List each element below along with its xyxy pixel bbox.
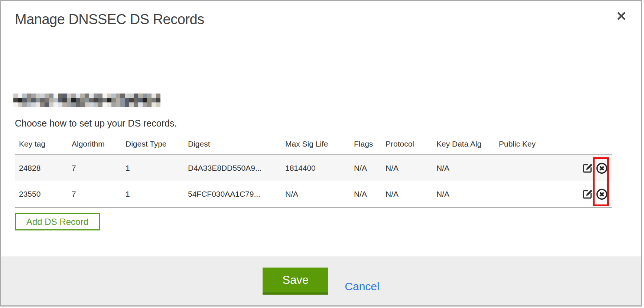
close-icon	[616, 10, 627, 23]
row-actions	[573, 188, 612, 200]
edit-icon	[582, 163, 593, 174]
delete-record-button[interactable]	[596, 188, 608, 200]
cell-key-tag: 24828	[19, 164, 72, 173]
cell-digest-type: 1	[126, 164, 188, 173]
add-ds-record-button[interactable]: Add DS Record	[15, 213, 100, 230]
cell-flags: N/A	[354, 190, 386, 199]
cell-flags: N/A	[354, 164, 386, 173]
cell-algorithm: 7	[72, 164, 126, 173]
cell-key-data-alg: N/A	[436, 190, 499, 199]
remove-circle-icon	[596, 162, 608, 174]
remove-circle-icon	[596, 188, 608, 200]
header-max-sig-life: Max Sig Life	[285, 140, 354, 148]
table-row: 24828 7 1 D4A33E8DD550A9... 1814400 N/A …	[15, 155, 612, 181]
page-title: Manage DNSSEC DS Records	[15, 12, 204, 27]
ds-records-table: Key tag Algorithm Digest Type Digest Max…	[15, 134, 612, 208]
header-digest: Digest	[188, 140, 285, 148]
cell-digest-type: 1	[126, 190, 188, 199]
dialog-footer: Save Cancel	[1, 256, 641, 305]
cell-max-sig-life: 1814400	[285, 164, 354, 173]
table-body: 24828 7 1 D4A33E8DD550A9... 1814400 N/A …	[15, 155, 612, 208]
delete-record-button[interactable]	[596, 162, 608, 174]
setup-instructions: Choose how to set up your DS records.	[15, 118, 177, 129]
edit-icon	[582, 189, 593, 200]
close-button[interactable]	[613, 9, 630, 25]
manage-dnssec-dialog: Manage DNSSEC DS Records Choose how to s…	[0, 0, 642, 307]
edit-record-button[interactable]	[582, 163, 593, 174]
table-row: 23550 7 1 54FCF030AA1C79... N/A N/A N/A …	[15, 181, 612, 207]
cell-protocol: N/A	[386, 164, 436, 173]
header-algorithm: Algorithm	[72, 140, 126, 148]
edit-record-button[interactable]	[582, 189, 593, 200]
cell-digest: 54FCF030AA1C79...	[188, 190, 285, 199]
cancel-link[interactable]: Cancel	[345, 280, 379, 293]
cell-key-data-alg: N/A	[436, 164, 499, 173]
cell-algorithm: 7	[72, 190, 126, 199]
cell-protocol: N/A	[386, 190, 436, 199]
redacted-domain-name	[13, 94, 160, 107]
header-public-key: Public Key	[499, 140, 573, 148]
header-digest-type: Digest Type	[126, 140, 188, 148]
row-actions	[573, 162, 612, 174]
cell-max-sig-life: N/A	[285, 190, 354, 199]
table-header-row: Key tag Algorithm Digest Type Digest Max…	[15, 134, 612, 155]
header-key-tag: Key tag	[19, 140, 72, 148]
cell-key-tag: 23550	[19, 190, 72, 199]
header-protocol: Protocol	[386, 140, 436, 148]
cell-digest: D4A33E8DD550A9...	[188, 164, 285, 173]
header-key-data-alg: Key Data Alg	[436, 140, 499, 148]
header-flags: Flags	[354, 140, 386, 148]
save-button[interactable]: Save	[263, 268, 328, 295]
